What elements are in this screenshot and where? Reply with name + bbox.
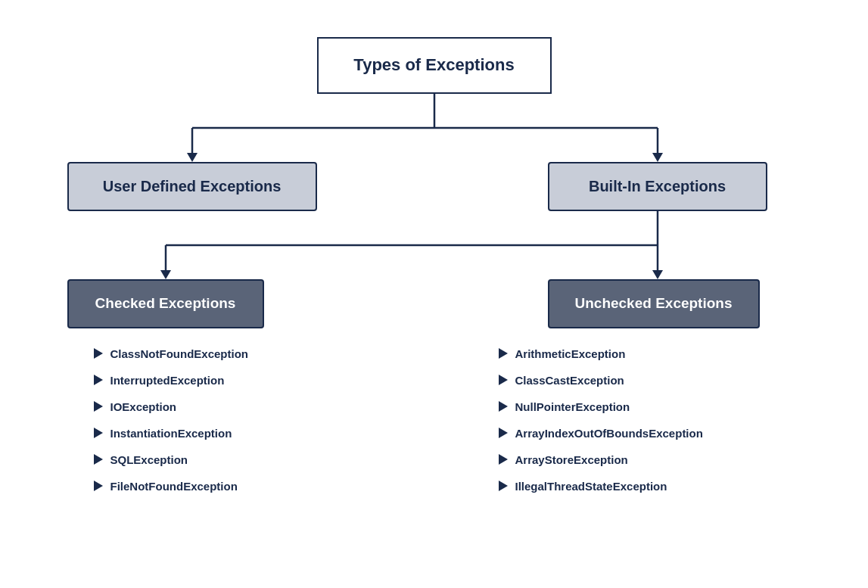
list-item: InterruptedException [94,374,249,387]
exception-name: ArrayStoreException [515,453,628,466]
arrow-icon [94,481,103,491]
exception-name: ArithmeticException [515,347,626,360]
exception-name: ClassNotFoundException [110,347,249,360]
checked-label: Checked Exceptions [95,295,236,312]
user-defined-node: User Defined Exceptions [67,162,317,211]
arrow-icon [94,401,103,412]
exception-name: IllegalThreadStateException [515,480,667,493]
exception-name: ClassCastException [515,374,624,387]
built-in-node: Built-In Exceptions [548,162,767,211]
arrow-icon [499,401,508,412]
unchecked-node: Unchecked Exceptions [548,279,760,328]
exception-name: InterruptedException [110,374,225,387]
diagram: Types of Exceptions User Defined Excepti… [18,11,851,578]
list-item: IOException [94,400,249,413]
list-item: InstantiationException [94,427,249,440]
user-defined-label: User Defined Exceptions [103,178,282,195]
list-item: ArrayIndexOutOfBoundsException [499,427,703,440]
exception-name: SQLException [110,453,188,466]
exception-name: InstantiationException [110,427,232,440]
list-item: ClassNotFoundException [94,347,249,360]
arrow-icon [94,348,103,359]
exception-name: NullPointerException [515,400,630,413]
list-item: ArrayStoreException [499,453,703,466]
arrow-icon [94,428,103,438]
exception-name: ArrayIndexOutOfBoundsException [515,427,703,440]
list-item: NullPointerException [499,400,703,413]
svg-marker-11 [652,270,663,279]
arrow-icon [499,375,508,385]
svg-marker-5 [652,153,663,162]
unchecked-list: ArithmeticExceptionClassCastExceptionNul… [499,347,703,506]
checked-list: ClassNotFoundExceptionInterruptedExcepti… [94,347,249,506]
arrow-icon [94,375,103,385]
arrow-icon [94,454,103,465]
list-item: IllegalThreadStateException [499,480,703,493]
svg-marker-3 [187,153,198,162]
list-item: ClassCastException [499,374,703,387]
list-item: ArithmeticException [499,347,703,360]
list-item: FileNotFoundException [94,480,249,493]
root-label: Types of Exceptions [353,55,514,75]
root-node: Types of Exceptions [317,37,552,94]
arrow-icon [499,454,508,465]
arrow-icon [499,481,508,491]
exception-name: FileNotFoundException [110,480,238,493]
built-in-label: Built-In Exceptions [589,178,726,195]
arrow-icon [499,348,508,359]
unchecked-label: Unchecked Exceptions [574,295,732,312]
exception-name: IOException [110,400,177,413]
arrow-icon [499,428,508,438]
checked-node: Checked Exceptions [67,279,264,328]
list-item: SQLException [94,453,249,466]
svg-marker-9 [160,270,171,279]
